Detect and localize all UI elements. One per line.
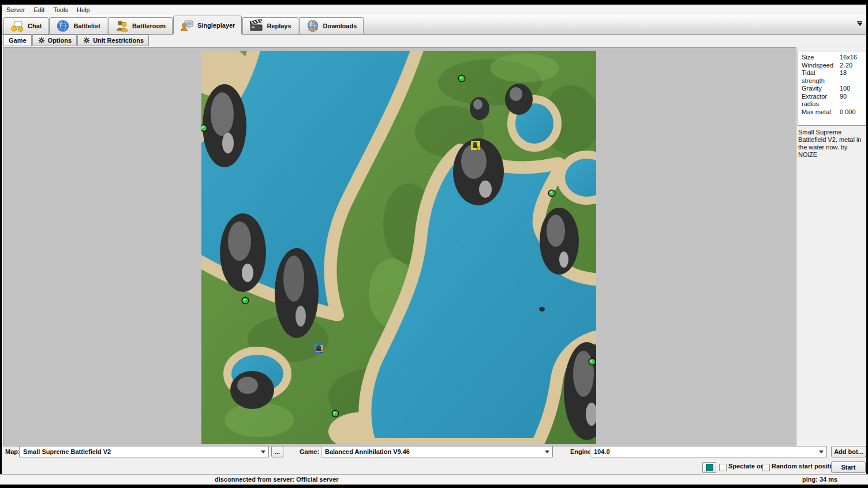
chevron-down-icon: [261, 451, 265, 456]
clapperboard-icon: [249, 19, 263, 33]
map-info-row: Gravity100: [798, 85, 866, 93]
subtab-game[interactable]: Game: [3, 35, 32, 46]
subtab-label: Unit Restrictions: [93, 37, 144, 44]
ping-status: ping: 34 ms: [802, 476, 837, 483]
map-info-row: Max metal0.000: [798, 108, 866, 117]
map-info-label: Gravity: [802, 85, 840, 93]
chevron-down-icon: [819, 451, 824, 456]
tab-replays[interactable]: Replays: [242, 17, 298, 34]
chevron-down-icon[interactable]: [857, 21, 862, 28]
chat-icon: [10, 19, 24, 33]
map-preview-area: 21: [3, 47, 796, 446]
map-info-row: Windspeed2-20: [798, 62, 866, 70]
start-options-row: Spectate only Random start positions Sta…: [2, 460, 866, 474]
map-info-value: 100: [840, 85, 862, 93]
tab-downloads[interactable]: Downloads: [299, 17, 364, 34]
map-label: Map:: [5, 448, 20, 455]
map-description: Small Supreme Battlefield V2, metal in t…: [798, 129, 866, 159]
random-start-positions-checkbox[interactable]: [762, 464, 770, 471]
subtab-unit-restrictions[interactable]: Unit Restrictions: [77, 35, 149, 46]
add-bot-button[interactable]: Add bot...: [831, 446, 866, 457]
main-tab-bar: ChatBattlelistBattleroomSingleplayerRepl…: [2, 15, 866, 35]
tab-label: Battleroom: [132, 22, 166, 29]
globe-download-icon: [306, 19, 320, 33]
map-info-value: 2-20: [840, 62, 862, 70]
player-color-button[interactable]: [702, 462, 716, 473]
spectate-only-checkbox[interactable]: [719, 464, 727, 471]
gear-icon: [83, 36, 91, 44]
battle-setup-panel: 21 Size16x16Windspeed2-20Tidal strength1…: [2, 47, 866, 446]
map-browse-button[interactable]: ...: [271, 446, 283, 457]
map-info-label: Tidal strength: [802, 69, 840, 85]
map-info-label: Windspeed: [802, 62, 840, 70]
tab-battlelist[interactable]: Battlelist: [49, 17, 107, 34]
engine-select[interactable]: 104.0: [590, 446, 827, 457]
subtab-label: Game: [9, 37, 27, 44]
lobby-window: ServerEditToolsHelp ChatBattlelistBattle…: [2, 5, 866, 474]
connection-status: disconnected from server: Official serve…: [215, 476, 339, 483]
sub-tab-bar: GameOptionsUnit Restrictions: [2, 35, 866, 47]
map-terrain-image: [201, 51, 596, 444]
map-select-value: Small Supreme Battlefield V2: [23, 448, 111, 455]
map-info-label: Max metal: [802, 108, 840, 117]
tab-chat[interactable]: Chat: [3, 17, 48, 34]
subtab-label: Options: [48, 37, 72, 44]
tab-battleroom[interactable]: Battleroom: [108, 17, 173, 34]
menu-bar: ServerEditToolsHelp: [2, 5, 866, 15]
map-info-label: Size: [802, 54, 840, 62]
users-icon: [115, 19, 129, 33]
chevron-down-icon: [545, 451, 549, 456]
menu-server[interactable]: Server: [3, 5, 30, 14]
gear-icon: [38, 36, 46, 44]
map-info-value: 16x16: [840, 54, 862, 62]
map-info-row: Tidal strength18: [798, 69, 866, 85]
map-info-value: 18: [840, 69, 862, 85]
map-info-label: Extractor radius: [802, 93, 840, 108]
map-info-value: 90: [840, 93, 862, 108]
map-info-value: 0.000: [840, 108, 862, 117]
map-info-panel: Size16x16Windspeed2-20Tidal strength18Gr…: [798, 51, 866, 126]
game-select-value: Balanced Annihilation V9.46: [325, 448, 410, 455]
map-select[interactable]: Small Supreme Battlefield V2: [19, 446, 269, 457]
globe-icon: [56, 19, 70, 33]
battle-options-row: Map: Small Supreme Battlefield V2 ... Ga…: [2, 445, 866, 459]
map-info-row: Extractor radius90: [798, 93, 866, 108]
subtab-options[interactable]: Options: [32, 35, 77, 46]
menu-tools[interactable]: Tools: [50, 5, 73, 14]
game-label: Game:: [300, 448, 319, 455]
tab-label: Replays: [267, 22, 291, 29]
game-select[interactable]: Balanced Annihilation V9.46: [321, 446, 553, 457]
tab-label: Singleplayer: [197, 22, 235, 29]
map-preview[interactable]: 21: [201, 51, 596, 444]
status-bar: disconnected from server: Official serve…: [0, 474, 868, 485]
tab-singleplayer[interactable]: Singleplayer: [173, 16, 242, 34]
start-button[interactable]: Start: [831, 461, 866, 473]
engine-select-value: 104.0: [594, 448, 610, 455]
menu-edit[interactable]: Edit: [30, 5, 50, 14]
menu-help[interactable]: Help: [73, 5, 95, 14]
desktop: { "menu": {"items": [ {"label": "Server"…: [0, 0, 868, 488]
map-info-row: Size16x16: [798, 54, 866, 62]
tab-label: Chat: [28, 22, 42, 29]
person-computer-icon: [180, 18, 194, 32]
player-color-swatch: [706, 464, 713, 471]
tab-label: Battlelist: [73, 22, 100, 29]
tab-label: Downloads: [323, 22, 357, 29]
